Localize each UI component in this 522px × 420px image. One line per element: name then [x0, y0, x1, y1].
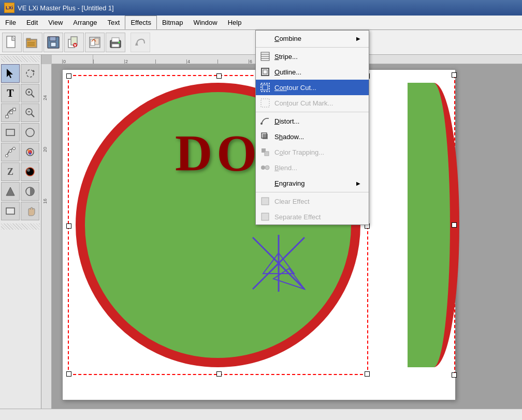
tool-shape[interactable] — [1, 182, 20, 201]
svg-rect-21 — [26, 38, 31, 40]
ruler-corner — [83, 55, 93, 64]
svg-rect-35 — [112, 44, 119, 47]
engraving-label: Engraving — [274, 179, 352, 187]
toolbar-import-btn[interactable] — [64, 33, 84, 52]
tool-sphere[interactable] — [21, 162, 39, 181]
toolbar-undo-btn[interactable] — [130, 33, 150, 52]
contour-cut-mark-label: Contour Cut Mark... — [274, 99, 360, 107]
blend-icon — [260, 162, 270, 173]
svg-rect-8 — [261, 99, 269, 107]
menu-item-stripe[interactable]: Stripe... — [256, 49, 369, 64]
svg-point-58 — [29, 153, 31, 155]
combine-arrow: ▶ — [356, 36, 360, 41]
handle-br[interactable] — [365, 371, 370, 377]
svg-rect-22 — [27, 42, 35, 43]
svg-point-52 — [6, 155, 8, 157]
toolbar-open-btn[interactable] — [23, 33, 42, 52]
tool-row-5 — [1, 143, 40, 161]
menu-item-contour-cut[interactable]: Contour Cut... — [256, 80, 369, 95]
menu-item-color-trapping: Color Trapping... — [256, 144, 369, 160]
menu-bitmap[interactable]: Bitmap — [157, 16, 188, 29]
tool-row-4 — [1, 123, 40, 142]
outline-icon — [260, 67, 270, 77]
handle-bm[interactable] — [216, 371, 222, 377]
app-logo: LXi — [4, 3, 15, 13]
tool-node[interactable] — [1, 103, 20, 122]
svg-marker-38 — [7, 69, 13, 78]
handle-ml[interactable] — [66, 223, 71, 229]
color-trapping-label: Color Trapping... — [274, 148, 360, 156]
tool-rectangle[interactable] — [1, 123, 20, 142]
color-trapping-icon — [260, 147, 270, 157]
tool-hand[interactable] — [21, 202, 39, 220]
engraving-icon — [260, 178, 270, 188]
tool-color1[interactable] — [21, 143, 39, 161]
svg-rect-50 — [6, 129, 15, 136]
svg-rect-4 — [262, 68, 269, 76]
tool-zoom-in[interactable] — [21, 84, 39, 102]
menu-item-distort[interactable]: Distort... — [256, 113, 369, 129]
separate-effect-label: Separate Effect — [274, 213, 360, 221]
tool-row-6: Z — [1, 162, 40, 181]
sticker-text-do: DO — [175, 124, 261, 182]
tool-rotate[interactable] — [21, 64, 39, 83]
shadow-label: Shadow... — [274, 133, 360, 141]
tool-zoom-out[interactable] — [21, 103, 39, 122]
clear-effect-label: Clear Effect — [274, 198, 360, 205]
ruler-vertical: 24 20 16 — [41, 64, 52, 409]
menu-arrange[interactable]: Arrange — [68, 16, 102, 29]
tool-z[interactable]: Z — [1, 162, 20, 181]
handle-mr2[interactable] — [452, 222, 457, 228]
toolbar-new-btn[interactable] — [2, 33, 22, 52]
svg-line-43 — [31, 94, 34, 97]
menu-edit[interactable]: Edit — [21, 16, 43, 29]
toolbar-export-btn[interactable] — [85, 33, 105, 52]
svg-rect-17 — [262, 213, 269, 220]
menu-window[interactable]: Window — [188, 16, 222, 29]
tool-row-1 — [1, 64, 40, 83]
toolbar-save-btn[interactable] — [44, 33, 63, 52]
separator-2 — [256, 112, 369, 112]
handle-bl[interactable] — [66, 371, 71, 377]
menu-file[interactable]: File — [0, 16, 21, 29]
tool-circle[interactable] — [21, 123, 39, 142]
handle-br2[interactable] — [452, 372, 457, 378]
menu-text[interactable]: Text — [103, 16, 125, 29]
handle-tr2[interactable] — [452, 72, 457, 78]
app-title: VE LXi Master Plus - [Untitled 1] — [18, 4, 114, 12]
tool-pen[interactable] — [1, 143, 20, 161]
svg-point-39 — [26, 70, 34, 77]
svg-rect-6 — [261, 83, 269, 92]
svg-point-54 — [13, 147, 16, 150]
combine-label: Combine — [274, 35, 352, 42]
contour-cut-label: Contour Cut... — [274, 84, 360, 92]
tool-rect2[interactable] — [1, 202, 20, 220]
tool-text[interactable]: T — [1, 84, 20, 102]
svg-point-36 — [119, 41, 120, 43]
menu-item-combine[interactable]: Combine ▶ — [256, 31, 369, 46]
outline-label: Outline... — [274, 68, 360, 76]
distort-icon — [260, 116, 270, 126]
contour-cut-icon — [260, 82, 270, 93]
svg-rect-16 — [262, 198, 269, 205]
tool-row-7 — [1, 182, 40, 201]
menu-view[interactable]: View — [43, 16, 68, 29]
svg-rect-45 — [10, 111, 12, 114]
handle-tl[interactable] — [66, 73, 71, 79]
menu-item-outline[interactable]: Outline... — [256, 64, 369, 80]
tool-select[interactable] — [1, 64, 20, 83]
menu-item-engraving[interactable]: Engraving ▶ — [256, 175, 369, 191]
menu-effects[interactable]: Effects — [125, 16, 157, 29]
menu-item-clear-effect: Clear Effect — [256, 193, 369, 209]
svg-point-9 — [260, 123, 263, 125]
menu-help[interactable]: Help — [223, 16, 247, 29]
handle-tm[interactable] — [216, 73, 222, 79]
shadow-icon — [260, 131, 270, 142]
separator-1 — [256, 47, 369, 48]
title-bar: LXi VE LXi Master Plus - [Untitled 1] — [0, 0, 522, 16]
tool-color2[interactable] — [21, 182, 39, 201]
menu-item-shadow[interactable]: Shadow... — [256, 129, 369, 144]
toolbar-sep-1 — [126, 33, 129, 52]
svg-point-14 — [261, 166, 265, 170]
toolbar-print-btn[interactable] — [106, 33, 125, 52]
